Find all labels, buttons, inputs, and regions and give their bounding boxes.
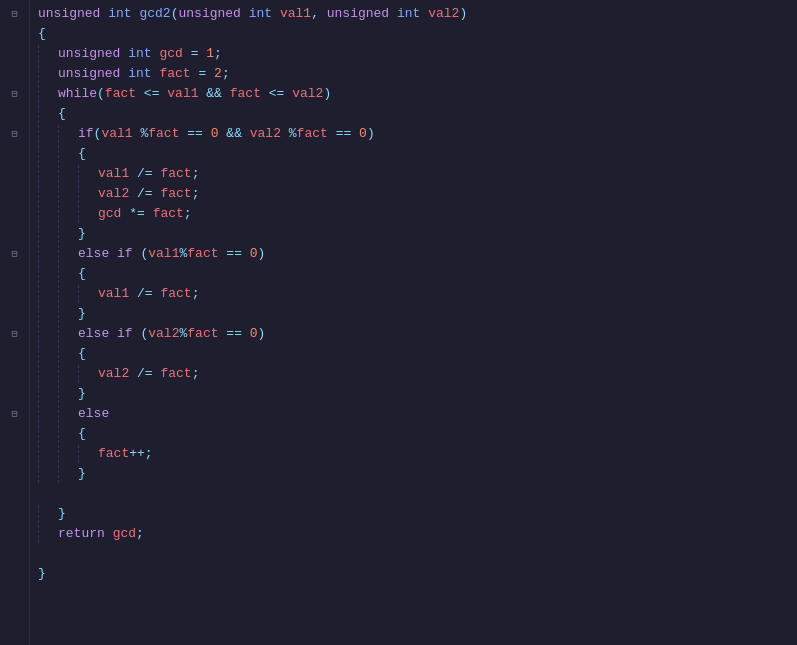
- gutter: ⊟⊟⊟⊟⊟⊟: [0, 0, 30, 645]
- token-punct: }: [38, 564, 46, 584]
- token-kw: if: [78, 124, 94, 144]
- token-op: &&: [226, 124, 242, 144]
- token-var: fact: [105, 84, 136, 104]
- token-var: fact: [160, 364, 191, 384]
- token-punct: ;: [184, 204, 192, 224]
- token-punct: ;: [192, 364, 200, 384]
- token-op: %: [179, 244, 187, 264]
- token-punct: ,: [311, 4, 327, 24]
- token-punct: }: [78, 224, 86, 244]
- code-line: return gcd;: [38, 524, 797, 544]
- token-op: =: [198, 64, 206, 84]
- token-kw: return: [58, 524, 105, 544]
- token-punct: ;: [192, 284, 200, 304]
- code-line: }: [38, 564, 797, 584]
- token-op: /=: [137, 364, 153, 384]
- token-plain: [120, 64, 128, 84]
- fold-marker-1[interactable]: ⊟: [8, 4, 22, 24]
- code-area[interactable]: unsigned int gcd2(unsigned int val1, uns…: [30, 0, 797, 645]
- token-plain: [242, 324, 250, 344]
- code-line: [38, 544, 797, 564]
- token-kw: unsigned: [327, 4, 389, 24]
- token-num: 0: [359, 124, 367, 144]
- token-num: 0: [250, 324, 258, 344]
- token-type: int: [108, 4, 131, 24]
- code-line: }: [38, 504, 797, 524]
- token-op: ++: [129, 444, 145, 464]
- token-punct: }: [58, 504, 66, 524]
- token-plain: [222, 84, 230, 104]
- token-punct: (: [140, 324, 148, 344]
- token-plain: [261, 84, 269, 104]
- token-plain: [281, 124, 289, 144]
- token-punct: {: [38, 24, 46, 44]
- code-line: unsigned int fact = 2;: [38, 64, 797, 84]
- fold-marker-7[interactable]: ⊟: [8, 124, 22, 144]
- token-var: val1: [148, 244, 179, 264]
- token-punct: (: [97, 84, 105, 104]
- fold-marker-21[interactable]: ⊟: [8, 404, 22, 424]
- token-punct: ;: [214, 44, 222, 64]
- code-line: else: [38, 404, 797, 424]
- token-plain: [284, 84, 292, 104]
- token-op: ==: [336, 124, 352, 144]
- token-punct: ;: [192, 164, 200, 184]
- code-line: if(val1 %fact == 0 && val2 %fact == 0): [38, 124, 797, 144]
- token-plain: [242, 124, 250, 144]
- fold-marker-13[interactable]: ⊟: [8, 244, 22, 264]
- token-plain: [153, 364, 161, 384]
- token-punct: ;: [222, 64, 230, 84]
- token-op: ==: [187, 124, 203, 144]
- code-line: [38, 484, 797, 504]
- token-plain: [145, 204, 153, 224]
- token-plain: [152, 64, 160, 84]
- token-punct: ): [459, 4, 467, 24]
- token-op: ==: [226, 244, 242, 264]
- token-punct: ;: [145, 444, 153, 464]
- token-var: fact: [148, 124, 179, 144]
- token-op: /=: [137, 184, 153, 204]
- token-plain: [109, 244, 117, 264]
- token-plain: [159, 84, 167, 104]
- token-plain: [133, 324, 141, 344]
- token-num: 1: [206, 44, 214, 64]
- token-plain: [153, 284, 161, 304]
- token-punct: }: [78, 464, 86, 484]
- token-plain: [105, 524, 113, 544]
- token-op: %: [140, 124, 148, 144]
- token-punct: (: [94, 124, 102, 144]
- token-plain: [241, 4, 249, 24]
- fold-marker-5[interactable]: ⊟: [8, 84, 22, 104]
- token-plain: [219, 124, 227, 144]
- fold-marker-17[interactable]: ⊟: [8, 324, 22, 344]
- token-plain: [206, 64, 214, 84]
- token-plain: [179, 124, 187, 144]
- token-plain: [219, 244, 227, 264]
- token-plain: [136, 84, 144, 104]
- token-punct: {: [78, 344, 86, 364]
- token-var: val2: [98, 364, 129, 384]
- token-plain: [152, 44, 160, 64]
- token-punct: }: [78, 304, 86, 324]
- token-var: val2: [250, 124, 281, 144]
- code-line: {: [38, 424, 797, 444]
- token-plain: [133, 244, 141, 264]
- token-punct: {: [78, 424, 86, 444]
- token-type: int: [397, 4, 420, 24]
- token-kw: if: [117, 324, 133, 344]
- token-op: %: [289, 124, 297, 144]
- token-punct: ): [367, 124, 375, 144]
- token-kw: unsigned: [58, 64, 120, 84]
- token-punct: ): [258, 324, 266, 344]
- token-plain: [129, 284, 137, 304]
- token-plain: [328, 124, 336, 144]
- token-plain: [132, 4, 140, 24]
- token-kw: else: [78, 404, 109, 424]
- token-kw: unsigned: [178, 4, 240, 24]
- token-var: fact: [159, 64, 190, 84]
- token-var: val2: [428, 4, 459, 24]
- token-var: val2: [98, 184, 129, 204]
- token-punct: {: [78, 144, 86, 164]
- token-plain: [272, 4, 280, 24]
- token-plain: [133, 124, 141, 144]
